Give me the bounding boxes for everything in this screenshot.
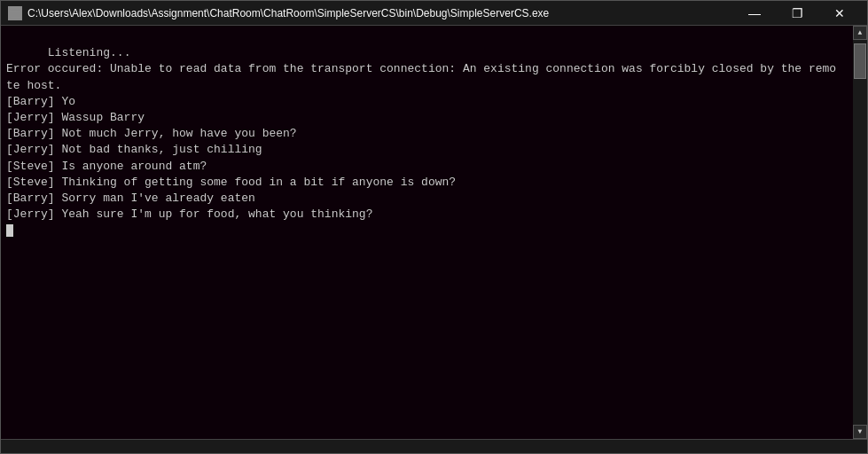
console-output: Listening... Error occured: Unable to re…: [6, 29, 862, 255]
maximize-button[interactable]: ❐: [777, 1, 817, 26]
cursor-blink: [6, 224, 13, 237]
console-line-1: Listening... Error occured: Unable to re…: [6, 46, 836, 221]
window-title: C:\Users\Alex\Downloads\Assignment\ChatR…: [27, 7, 727, 20]
scrollbar-thumb[interactable]: [854, 43, 866, 79]
scroll-up-arrow[interactable]: ▲: [853, 26, 867, 40]
close-button[interactable]: ✕: [819, 1, 860, 26]
svg-rect-0: [10, 10, 20, 18]
window-controls: — ❐ ✕: [734, 1, 860, 26]
minimize-button[interactable]: —: [734, 1, 775, 26]
status-bar: [1, 439, 867, 453]
console-window: C:\Users\Alex\Downloads\Assignment\ChatR…: [0, 0, 868, 454]
window-icon: [8, 6, 22, 20]
scroll-down-arrow[interactable]: ▼: [853, 425, 867, 439]
scrollbar[interactable]: ▲ ▼: [853, 26, 867, 439]
console-area: Listening... Error occured: Unable to re…: [1, 26, 867, 439]
title-bar: C:\Users\Alex\Downloads\Assignment\ChatR…: [1, 1, 867, 26]
